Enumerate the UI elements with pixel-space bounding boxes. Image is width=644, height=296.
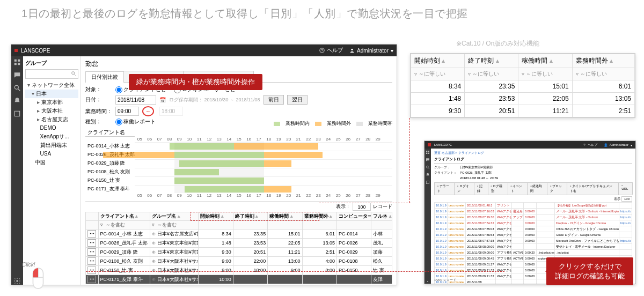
user-menu[interactable]: 👤 Administrator ▾ [604,143,632,147]
gantt-row[interactable]: PC-0108_松久 友則 [85,167,392,176]
bizend-input[interactable] [159,107,183,116]
subheadline: ※Cat.10 / On版のみ対応機能 [456,39,539,48]
table-filter[interactable] [371,221,392,230]
table-header[interactable]: グループ名 ▴ [150,212,199,221]
detail-tab[interactable]: ▫ 経過時間 [527,182,547,195]
next-day-button[interactable]: 翌日 [287,95,308,105]
detail-tab[interactable]: ▫ ブロック [547,182,567,195]
row-detail-button[interactable]: ⋯ [87,248,96,256]
detail-log-row[interactable]: 10.0.1.9taro.morete2018/11/08 08:00:00We… [435,244,632,250]
table-filter[interactable] [233,221,267,230]
tree-item[interactable]: DEMO [25,124,78,132]
row-detail-button[interactable]: ⋯ [87,230,96,238]
table-filter[interactable]: ▿～を含む [150,221,199,230]
detail-log-row[interactable]: 10.0.1.9taro.morete2018/11/08 07:34:32We… [435,220,632,226]
tree-item[interactable]: XenAppサ... [25,132,78,141]
table-header[interactable]: 稼働時間 ▴ [268,212,302,221]
detail-tab[interactable]: ▫ URL [618,182,633,195]
row-detail-button[interactable]: ⋯ [87,267,96,274]
tab-daily[interactable]: 日付別比較 [85,71,124,83]
help-link[interactable]: ? ヘルプ [583,143,597,147]
detail-breadcrumb[interactable]: 重要 名古屋部 > クライアントログ [434,151,632,156]
detail-log-row[interactable]: 10.0.1.9taro.morete2018/11/08 07:37:38We… [435,238,632,244]
table-row[interactable]: ⋯PC-0171_友澤 泰斗⊕ 日本¥大阪本社¥サポ...10:00友澤 [86,275,392,284]
table-filter[interactable] [199,221,233,230]
table-header[interactable]: 業務時間外 ▴ [302,212,336,221]
search-icon[interactable] [426,165,430,169]
gantt-row[interactable]: PC-0150_辻 実 [85,176,392,184]
tree-root[interactable]: ▾ネットワーク全体 [25,81,78,90]
table-filter[interactable]: ▿～を含む [98,221,150,230]
table-filter[interactable] [86,221,99,230]
tree-item[interactable]: USA [25,150,78,158]
detail-display-input[interactable] [621,196,632,202]
table-row[interactable]: ⋯PC-0150_辻 実⊕ 日本¥大阪本社¥サポ...9:0018:009:00… [86,266,392,275]
grid-icon[interactable] [13,110,21,117]
row-detail-button[interactable]: ⋯ [87,276,96,283]
bell-icon[interactable] [13,97,21,105]
detail-tab[interactable]: ▫ アラート [434,182,455,195]
detail-log-row[interactable]: 10.0.1.9taro.morete2018/11/08 07:36:53We… [435,232,632,238]
table-row[interactable]: ⋯PC-0108_松久 友則⊕ 日本¥大阪本社¥サポ...9:0022:0013… [86,257,392,266]
detail-tab[interactable]: ▫ タイトル/アプリ/ドキュメント名 [567,182,619,195]
rt-filter[interactable]: ▿～に等しい [465,68,518,80]
display-input[interactable] [353,203,371,211]
gantt-row[interactable]: PC-0014_小林 太志 [85,142,392,150]
type-radio[interactable]: 稼働レポート [115,118,156,125]
tree-china[interactable]: 中国 [25,158,78,167]
dashboard-icon[interactable] [426,150,430,154]
table-filter[interactable] [336,221,371,230]
grid-icon[interactable] [426,180,430,184]
bell-icon[interactable] [426,173,430,177]
row-detail-button[interactable]: ⋯ [87,257,96,265]
search-icon[interactable] [13,84,21,92]
help-link[interactable]: ? ヘルプ [319,47,343,54]
table-header[interactable] [86,212,99,221]
tree-item[interactable]: ▸名古屋支店 [25,115,78,124]
row-detail-button[interactable]: ⋯ [87,239,96,247]
detail-log-row[interactable]: 10.0.1.9taro.morete2018/11/08 01:48:3プリン… [435,203,632,209]
detail-log-row[interactable]: 10.0.1.9taro.morete2018/11/08 07:35:03We… [435,226,632,232]
rt-filter[interactable]: ▿～に等しい [411,68,465,80]
rt-header[interactable]: 終了時刻 ▴ [465,54,518,68]
chat-icon[interactable] [426,158,430,162]
bizstart-input[interactable] [115,107,139,116]
gantt-row[interactable]: PC-0026_茂礼手 太郎 [85,150,392,159]
table-row[interactable]: ⋯PC-0029_須藤 隆⊕ 日本¥東京本部¥営業部9:3020:5111:21… [86,248,392,257]
gantt-row[interactable]: PC-0029_須藤 隆 [85,159,392,167]
detail-tab[interactable]: ▫ ログオン [454,182,474,195]
gear-icon[interactable] [426,279,430,284]
detail-tab[interactable]: ▫ イベント [508,182,528,195]
gantt-row[interactable]: PC-0171_友澤 泰斗 [85,184,392,193]
detail-log-row[interactable]: 10.0.1.9taro.morete2018/11/08 07:19:30We… [435,214,632,220]
rt-header[interactable]: 業務時間外 ▴ [572,54,634,68]
dashboard-icon[interactable] [13,58,21,66]
table-row[interactable]: ⋯PC-0014_小林 太志⊕ 日本¥名古屋支店¥営...8:3423:3515… [86,230,392,239]
tree-item[interactable]: ▸大阪本社 [25,107,78,115]
date-input[interactable] [115,95,156,105]
table-filter[interactable] [302,221,336,230]
table-row[interactable]: ⋯PC-0026_茂礼手 太郎⊕ 日本¥東京本部¥営業部1:4823:5322:… [86,239,392,248]
prev-day-button[interactable]: 前日 [264,95,284,105]
user-menu[interactable]: Administrator ▾ [349,48,393,54]
detail-log-row[interactable]: 10.0.1.9taro.morete2018/11/08 07:16:03We… [435,209,632,214]
table-header[interactable]: 終了時刻 ▴ [233,212,267,221]
table-header[interactable]: クライアント名 ▴ [98,212,150,221]
table-header[interactable]: フルネ ▴ [371,212,392,221]
detail-log-row[interactable]: 10.0.1.9taro.morete2018/11/08 09:00:00アプ… [435,250,632,256]
chat-icon[interactable] [13,71,21,79]
tree-japan[interactable]: ▾日本 [25,90,78,98]
table-filter[interactable] [268,221,302,230]
detail-tab[interactable]: ▫ 記録 [474,182,488,195]
rt-filter[interactable]: ▿～に等しい [572,68,634,80]
rt-filter[interactable]: ▿～に等しい [518,68,572,80]
rt-header[interactable]: 稼働時間 ▴ [518,54,572,68]
tree-item[interactable]: ▸東京本部 [25,98,78,107]
gear-icon[interactable] [13,277,21,285]
table-header[interactable]: コンピューター名 ▴ [336,212,371,221]
table-header[interactable]: 開始時刻 ▴ [199,212,233,221]
detail-tab[interactable]: ▫ ログ種別 [488,182,508,195]
rt-header[interactable]: 開始時刻 ▴ [411,54,465,68]
sidebar-search-input[interactable] [25,69,78,79]
tree-item[interactable]: 貸出用端末 [25,141,78,150]
